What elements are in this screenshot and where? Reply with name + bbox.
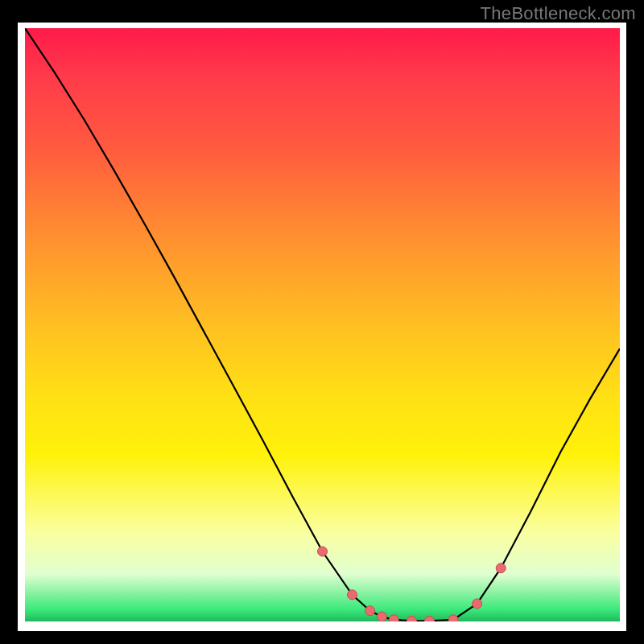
curve-marker	[448, 615, 458, 621]
curve-path	[25, 28, 620, 621]
curve-marker	[407, 616, 416, 621]
curve-marker	[389, 615, 398, 621]
chart-curve-layer	[25, 28, 620, 621]
plot-frame	[18, 23, 626, 631]
curve-marker	[318, 547, 328, 556]
curve-marker	[473, 599, 482, 609]
bottleneck-curve	[25, 28, 620, 621]
curve-marker	[348, 590, 357, 600]
attribution-text: TheBottleneck.com	[481, 3, 636, 24]
curve-marker	[377, 612, 386, 621]
curve-marker	[496, 564, 506, 573]
plot-area	[25, 28, 620, 621]
curve-marker	[425, 616, 435, 621]
curve-marker	[365, 606, 375, 616]
chart-container: TheBottleneck.com	[0, 0, 644, 644]
